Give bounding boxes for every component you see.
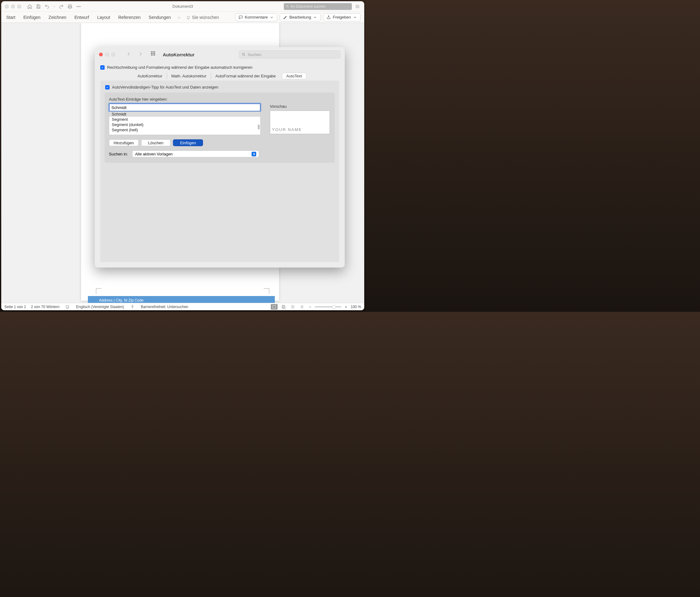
autotext-listbox[interactable]: Schmidt Segment Segment (dunkel) Segment… [109, 112, 260, 135]
document-title: Dokument3 [172, 4, 193, 9]
ribbon-tab-references[interactable]: Referenzen [117, 14, 142, 21]
back-icon[interactable] [124, 51, 133, 57]
outline-view-icon[interactable] [299, 304, 305, 310]
autocomplete-tip-checkbox[interactable]: AutoVervollständigen-Tipp für AutoText u… [105, 85, 335, 90]
svg-rect-6 [154, 51, 155, 52]
more-icon[interactable] [76, 3, 82, 9]
status-accessibility[interactable]: Barrierefreiheit: Untersuchen [141, 305, 188, 309]
scrollbar-thumb[interactable] [258, 124, 260, 129]
zoom-level[interactable]: 100 % [351, 305, 361, 309]
tab-autokorrektur[interactable]: AutoKorrektur [133, 73, 167, 79]
dialog-search-input[interactable] [248, 52, 338, 57]
zoom-dot[interactable] [17, 5, 21, 8]
close-dot[interactable] [5, 5, 9, 8]
address-text: Address | City, St Zip Code [99, 298, 144, 303]
dialog-minimize-dot[interactable] [105, 53, 109, 56]
ribbon-tab-design[interactable]: Entwurf [73, 14, 90, 21]
autotext-input[interactable] [109, 103, 260, 112]
preview-box: YOUR NAME [270, 111, 330, 134]
share-label: Freigeben [333, 15, 351, 20]
dialog-zoom-dot[interactable] [111, 53, 115, 56]
lookin-select[interactable]: Alle aktiven Vorlagen [132, 150, 259, 157]
tab-autotext[interactable]: AutoText [282, 73, 306, 79]
svg-rect-11 [153, 54, 153, 55]
document-address-footer[interactable]: Address | City, St Zip Code [88, 296, 275, 303]
add-button[interactable]: Hinzufügen [109, 139, 139, 146]
status-words[interactable]: 2 von 70 Wörtern [31, 305, 59, 309]
select-arrows-icon [252, 152, 256, 157]
editing-button[interactable]: Bearbeitung [280, 13, 321, 21]
comments-label: Kommentare [245, 15, 268, 20]
svg-point-0 [77, 6, 77, 7]
svg-rect-9 [154, 53, 155, 54]
tab-math-autokorrektur[interactable]: Math. Autokorrektur [167, 73, 211, 79]
undo-icon[interactable] [44, 3, 50, 9]
svg-rect-15 [273, 305, 275, 308]
svg-point-14 [132, 305, 133, 306]
insert-button[interactable]: Einfügen [173, 139, 203, 146]
dialog-tabbar: AutoKorrektur Math. Autokorrektur AutoFo… [100, 73, 339, 79]
delete-button[interactable]: Löschen [141, 139, 171, 146]
list-item[interactable]: Segment (dunkel) [109, 122, 260, 127]
focus-view-icon[interactable] [271, 304, 278, 310]
svg-rect-17 [283, 306, 285, 309]
svg-rect-12 [154, 54, 155, 55]
ribbon-tab-mailings[interactable]: Sendungen [147, 14, 172, 21]
dialog-header: AutoKorrektur [95, 47, 345, 62]
list-item[interactable]: Segment (hell) [109, 127, 260, 133]
tell-me[interactable]: Sie wünschen [186, 15, 219, 20]
comments-button[interactable]: Kommentare [235, 13, 277, 21]
svg-rect-5 [153, 51, 153, 52]
print-layout-icon[interactable] [280, 304, 287, 310]
dialog-body: Rechtschreibung und Formatierung während… [95, 62, 345, 267]
ribbon: Start Einfügen Zeichnen Entwurf Layout R… [1, 12, 364, 23]
svg-rect-8 [153, 53, 153, 54]
grid-icon[interactable] [148, 51, 157, 57]
svg-rect-10 [151, 54, 152, 55]
undo-menu-icon[interactable] [53, 3, 56, 9]
accessibility-icon[interactable] [129, 304, 136, 310]
dialog-search[interactable] [239, 50, 341, 58]
ribbon-tab-start[interactable]: Start [5, 14, 17, 21]
list-item[interactable]: Segment [109, 117, 260, 122]
status-bar: Seite 1 von 1 2 von 70 Wörtern Englisch … [1, 303, 364, 310]
workspace[interactable]: Address | City, St Zip Code AutoKorrektu… [1, 23, 364, 303]
zoom-slider[interactable] [315, 306, 341, 308]
editing-label: Bearbeitung [289, 15, 311, 20]
list-item[interactable]: Schmidt [109, 112, 260, 117]
ribbon-chevrons-icon: ›› [178, 15, 180, 20]
tell-me-label: Sie wünschen [192, 15, 219, 20]
entries-label: AutoText-Einträge hier eingeben: [109, 97, 330, 101]
zoom-in-button[interactable]: + [344, 304, 348, 309]
status-language[interactable]: Englisch (Vereinigte Staaten) [76, 305, 124, 309]
ribbon-tab-layout[interactable]: Layout [96, 14, 111, 21]
checkbox-checked-icon [105, 85, 109, 90]
web-layout-icon[interactable] [289, 304, 296, 310]
slider-knob[interactable] [332, 305, 336, 309]
save-icon[interactable] [35, 3, 42, 9]
traffic-lights [5, 5, 21, 8]
autocorrect-main-checkbox[interactable]: Rechtschreibung und Formatierung während… [100, 65, 339, 70]
document-search-input[interactable] [291, 4, 350, 9]
home-icon[interactable] [27, 3, 33, 9]
document-search[interactable] [284, 3, 352, 10]
dialog-close-dot[interactable] [99, 53, 103, 56]
dialog-traffic-lights [99, 53, 115, 56]
tab-autoformat[interactable]: AutoFormat während der Eingabe [211, 73, 280, 79]
crop-mark [264, 288, 269, 294]
ribbon-tab-insert[interactable]: Einfügen [22, 14, 42, 21]
app-window: Dokument3 Start Einfügen Zeichnen Entwur… [1, 1, 364, 310]
autotext-panel: AutoVervollständigen-Tipp für AutoText u… [100, 80, 339, 262]
print-icon[interactable] [67, 3, 73, 9]
forward-icon[interactable] [136, 51, 145, 57]
spellcheck-icon[interactable] [65, 304, 71, 310]
crop-mark [96, 288, 101, 294]
redo-icon[interactable] [58, 3, 65, 9]
status-page[interactable]: Seite 1 von 1 [4, 305, 26, 309]
zoom-out-button[interactable]: − [308, 304, 312, 309]
share-button[interactable]: Freigeben [323, 13, 360, 21]
ribbon-toggle-icon[interactable] [354, 3, 360, 9]
minimize-dot[interactable] [11, 5, 15, 8]
ribbon-tab-draw[interactable]: Zeichnen [47, 14, 68, 21]
svg-point-2 [80, 6, 80, 7]
